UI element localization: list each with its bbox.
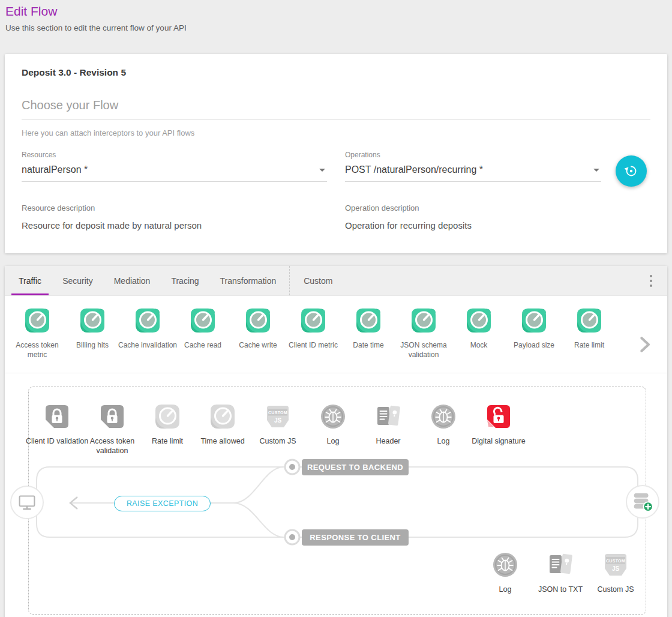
page-subtitle: Use this section to edit the current flo…	[5, 23, 666, 32]
flow-interceptor-icon	[154, 403, 181, 430]
flow-interceptor-icon	[209, 403, 236, 430]
flow-interceptor-label: Client ID validation	[25, 436, 89, 446]
flow-node-response[interactable]	[285, 530, 299, 544]
tab-divider	[289, 266, 290, 295]
interceptor-palette: Access token metric Billing hits Cache i…	[5, 307, 667, 360]
interceptor-gauge-icon	[300, 307, 326, 334]
operation-description-label: Operation description	[345, 203, 472, 212]
interceptor-gauge-icon	[134, 307, 161, 334]
flow-interceptor-icon	[99, 403, 125, 430]
flow-interceptor-icon	[492, 552, 518, 578]
flow-interceptor-label: Log	[301, 436, 365, 446]
flow-interceptor-icon	[485, 403, 512, 430]
caret-down-icon	[593, 169, 599, 172]
palette-interceptor-label: Access token metric	[5, 341, 69, 360]
palette-interceptor-label: Client ID metric	[281, 341, 345, 351]
flow-interceptor-icon	[320, 403, 346, 430]
palette-interceptor[interactable]: Client ID metric	[286, 307, 341, 360]
flow-interceptor[interactable]: Custom JS	[250, 403, 305, 456]
flow-interceptor-icon	[44, 403, 70, 430]
flow-interceptor[interactable]: Digital signature	[471, 403, 526, 456]
palette-interceptor[interactable]: JSON schema validation	[396, 307, 451, 360]
page-header: Edit Flow Use this section to edit the c…	[0, 0, 672, 32]
caret-down-icon	[319, 169, 325, 172]
flow-interceptor-label: Header	[356, 436, 420, 446]
palette-interceptor[interactable]: Date time	[341, 307, 396, 360]
interceptors-card: Traffic Security Mediation Tracing Trans…	[5, 266, 667, 617]
flow-selection-card: Deposit 3.0 - Revision 5 Choose your Flo…	[5, 54, 667, 253]
palette-interceptor-label: Date time	[337, 341, 400, 351]
operation-description: Operation description Operation for recu…	[345, 203, 472, 230]
palette-interceptor[interactable]: Mock	[451, 307, 506, 360]
interceptor-gauge-icon	[410, 307, 437, 334]
flow-interceptor[interactable]: Log	[305, 403, 361, 456]
kebab-menu-icon[interactable]	[643, 271, 659, 291]
database-add-icon	[630, 489, 655, 514]
flow-interceptor[interactable]: Access token validation	[85, 403, 140, 456]
interceptor-tabbar: Traffic Security Mediation Tracing Trans…	[5, 266, 667, 296]
resource-description: Resource description Resource for deposi…	[22, 203, 345, 230]
palette-interceptor[interactable]: Rate limit	[562, 307, 617, 360]
interceptor-gauge-icon	[521, 307, 547, 334]
palette-interceptor[interactable]: Cache invalidation	[120, 307, 175, 360]
palette-interceptor[interactable]: Billing hits	[65, 307, 120, 360]
flow-interceptor[interactable]: Log	[478, 552, 533, 594]
flow-interceptor[interactable]: Log	[416, 403, 471, 456]
interceptor-gauge-icon	[466, 307, 492, 334]
choose-flow-title: Choose your Flow	[22, 98, 650, 120]
api-revision-title: Deposit 3.0 - Revision 5	[22, 67, 650, 78]
resource-description-label: Resource description	[22, 203, 345, 212]
response-to-client-pill: RESPONSE TO CLIENT	[302, 529, 409, 546]
flow-interceptor-label: Custom JS	[246, 436, 310, 446]
operations-select[interactable]: Operations POST /naturalPerson/recurring…	[345, 151, 601, 182]
interceptor-gauge-icon	[24, 307, 50, 334]
chevron-right-icon[interactable]	[634, 334, 655, 356]
response-interceptor-row: Log JSON to TXT Custom JS	[478, 552, 643, 594]
operations-value: POST /naturalPerson/recurring *	[345, 164, 601, 175]
flow-interceptor[interactable]: Client ID validation	[29, 403, 85, 456]
operation-description-value: Operation for recurring deposits	[345, 220, 472, 230]
flow-canvas-section: Client ID validation Access token valida…	[5, 373, 667, 617]
tab-mediation[interactable]: Mediation	[107, 266, 158, 295]
flow-interceptor[interactable]: Custom JS	[588, 552, 643, 594]
monitor-icon	[14, 490, 40, 515]
interceptor-palette-row: Access token metric Billing hits Cache i…	[5, 296, 667, 373]
flow-interceptor-label: Custom JS	[584, 585, 647, 594]
resources-select[interactable]: Resources naturalPerson *	[22, 151, 327, 182]
flow-interceptor[interactable]: JSON to TXT	[533, 552, 588, 594]
flow-interceptor-icon	[265, 403, 291, 430]
descriptions-row: Resource description Resource for deposi…	[22, 203, 650, 230]
interceptor-gauge-icon	[576, 307, 602, 334]
flow-node-request[interactable]	[285, 460, 299, 474]
palette-interceptor[interactable]: Cache read	[175, 307, 230, 360]
flow-interceptor-label: Log	[473, 585, 537, 594]
interceptor-gauge-icon	[190, 307, 216, 334]
flow-interceptor-label: Digital signature	[467, 436, 530, 446]
palette-interceptor[interactable]: Payload size	[506, 307, 562, 360]
palette-interceptor-label: Cache write	[226, 341, 290, 351]
page-title: Edit Flow	[5, 4, 666, 19]
flow-interceptor[interactable]: Rate limit	[140, 403, 195, 456]
interceptor-gauge-icon	[355, 307, 382, 334]
flow-interceptor[interactable]: Time allowed	[195, 403, 250, 456]
palette-interceptor-label: Billing hits	[61, 341, 124, 351]
tab-security[interactable]: Security	[55, 266, 100, 295]
tab-transformation[interactable]: Transformation	[213, 266, 284, 295]
request-to-backend-pill: REQUEST TO BACKEND	[302, 459, 409, 475]
backend-endpoint-add[interactable]	[626, 485, 659, 519]
palette-interceptor[interactable]: Cache write	[230, 307, 286, 360]
flow-canvas: Client ID validation Access token valida…	[28, 387, 646, 615]
tab-tracing[interactable]: Tracing	[164, 266, 206, 295]
tab-traffic[interactable]: Traffic	[11, 266, 49, 295]
palette-interceptor-label: Rate limit	[557, 341, 621, 351]
flow-interceptor-label: Time allowed	[191, 436, 254, 446]
palette-interceptor-label: JSON schema validation	[392, 341, 455, 360]
flow-interceptor-label: Log	[412, 436, 475, 446]
request-interceptor-row: Client ID validation Access token valida…	[29, 403, 526, 456]
flow-interceptor-icon	[602, 552, 629, 578]
palette-interceptor[interactable]: Access token metric	[10, 307, 65, 360]
interceptor-gauge-icon	[79, 307, 106, 334]
flow-interceptor[interactable]: Header	[361, 403, 416, 456]
tab-custom[interactable]: Custom	[296, 266, 340, 295]
reload-flow-button[interactable]	[616, 155, 647, 187]
